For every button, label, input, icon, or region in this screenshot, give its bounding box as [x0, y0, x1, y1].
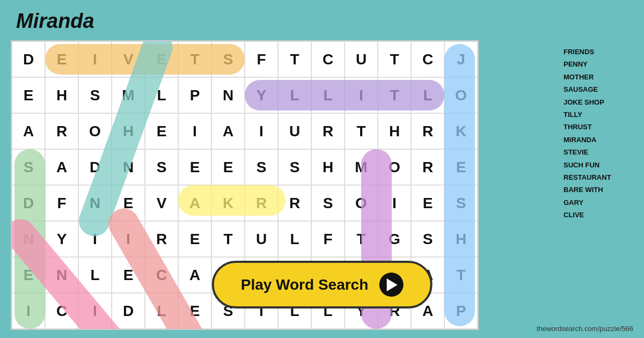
cell-5-2: I [78, 221, 112, 257]
cell-2-10: T [345, 113, 378, 149]
cell-6-2: L [78, 257, 112, 293]
cell-5-13: H [444, 221, 478, 257]
word-list: FRIENDS PENNY MOTHER SAUSAGE JOKE SHOP T… [564, 46, 633, 221]
cell-2-13: K [444, 113, 478, 149]
cell-5-7: U [245, 221, 278, 257]
cell-5-4: R [145, 221, 178, 257]
cell-5-3: I [112, 221, 145, 257]
play-word-search-button[interactable]: Play Word Search [212, 261, 433, 308]
cell-1-1: H [45, 77, 78, 113]
word-item-such-fun: SUCH FUN [564, 159, 633, 171]
cell-2-9: R [311, 113, 345, 149]
cell-2-1: R [45, 113, 78, 149]
cell-4-6: K [211, 185, 245, 221]
cell-0-11: T [378, 41, 411, 77]
word-item-clive: CLIVE [564, 209, 633, 221]
cell-7-1: C [45, 293, 78, 329]
cell-1-4: L [145, 77, 178, 113]
cell-6-13: T [444, 257, 478, 293]
cell-7-0: I [12, 293, 45, 329]
attribution: thewordsearch.com/puzzle/566 [537, 325, 633, 333]
cell-0-12: C [411, 41, 444, 77]
cell-6-4: C [145, 257, 178, 293]
cell-3-2: D [78, 149, 112, 185]
cell-2-4: E [145, 113, 178, 149]
word-item-mother: MOTHER [564, 71, 633, 83]
cell-4-0: D [12, 185, 45, 221]
cell-2-7: I [245, 113, 278, 149]
cell-5-9: F [311, 221, 345, 257]
cell-4-7: R [245, 185, 278, 221]
cell-0-8: T [278, 41, 311, 77]
word-item-gary: GARY [564, 196, 633, 209]
cell-1-6: N [211, 77, 245, 113]
cell-3-9: H [311, 149, 345, 185]
page-title: Miranda [16, 10, 94, 33]
cell-5-11: G [378, 221, 411, 257]
cell-4-13: S [444, 185, 478, 221]
cell-3-0: S [12, 149, 45, 185]
cell-4-12: E [411, 185, 444, 221]
cell-7-4: L [145, 293, 178, 329]
cell-6-5: A [178, 257, 211, 293]
word-item-penny: PENNY [564, 58, 633, 70]
cell-5-10: T [345, 221, 378, 257]
word-item-joke-shop: JOKE SHOP [564, 96, 633, 108]
word-item-miranda: MIRANDA [564, 134, 633, 146]
cell-2-12: R [411, 113, 444, 149]
cell-5-12: S [411, 221, 444, 257]
cell-3-4: S [145, 149, 178, 185]
cell-0-6: S [211, 41, 245, 77]
cell-2-3: H [112, 113, 145, 149]
cell-3-8: S [278, 149, 311, 185]
cell-1-0: E [12, 77, 45, 113]
cell-0-13: J [444, 41, 478, 77]
cell-3-11: O [378, 149, 411, 185]
cell-4-3: E [112, 185, 145, 221]
cell-1-10: I [345, 77, 378, 113]
cell-4-4: V [145, 185, 178, 221]
cell-2-2: O [78, 113, 112, 149]
cell-4-9: S [311, 185, 345, 221]
cell-3-7: S [245, 149, 278, 185]
play-icon [379, 273, 403, 297]
cell-3-1: A [45, 149, 78, 185]
cell-3-12: R [411, 149, 444, 185]
cell-2-8: U [278, 113, 311, 149]
cell-3-13: E [444, 149, 478, 185]
play-button-label: Play Word Search [241, 276, 369, 293]
cell-5-0: N [12, 221, 45, 257]
cell-0-1: E [45, 41, 78, 77]
word-item-restaurant: RESTAURANT [564, 171, 633, 183]
cell-4-11: I [378, 185, 411, 221]
cell-1-8: L [278, 77, 311, 113]
cell-3-5: E [178, 149, 211, 185]
cell-1-9: L [311, 77, 345, 113]
cell-1-13: O [444, 77, 478, 113]
cell-2-6: A [211, 113, 245, 149]
cell-6-3: E [112, 257, 145, 293]
play-button-container: Play Word Search [212, 261, 433, 308]
cell-3-10: M [345, 149, 378, 185]
cell-4-5: A [178, 185, 211, 221]
word-item-friends: FRIENDS [564, 46, 633, 58]
word-item-tilly: TILLY [564, 108, 633, 121]
cell-0-0: D [12, 41, 45, 77]
cell-6-1: N [45, 257, 78, 293]
word-item-sausage: SAUSAGE [564, 83, 633, 95]
cell-0-2: I [78, 41, 112, 77]
cell-2-5: I [178, 113, 211, 149]
cell-2-0: A [12, 113, 45, 149]
cell-1-12: L [411, 77, 444, 113]
cell-0-9: C [311, 41, 345, 77]
cell-7-3: D [112, 293, 145, 329]
cell-5-1: Y [45, 221, 78, 257]
cell-4-2: N [78, 185, 112, 221]
cell-1-3: M [112, 77, 145, 113]
cell-7-5: E [178, 293, 211, 329]
cell-1-5: P [178, 77, 211, 113]
cell-2-11: H [378, 113, 411, 149]
cell-1-7: Y [245, 77, 278, 113]
cell-1-11: T [378, 77, 411, 113]
cell-4-1: F [45, 185, 78, 221]
